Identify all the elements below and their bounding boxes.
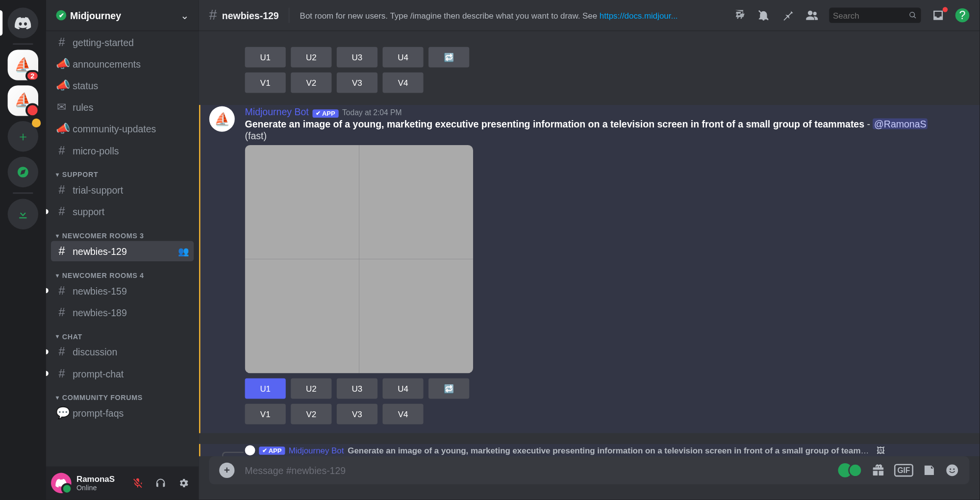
svg-point-1 bbox=[950, 468, 951, 470]
channel-prompt-faqs[interactable]: 💬prompt-faqs bbox=[51, 403, 194, 424]
category-newcomer-3[interactable]: NEWCOMER ROOMS 3 bbox=[51, 232, 194, 240]
channel-topic[interactable]: Bot room for new users. Type /imagine th… bbox=[300, 10, 728, 20]
channel-prompt-chat[interactable]: #prompt-chat bbox=[51, 363, 194, 384]
hash-icon: # bbox=[56, 205, 67, 218]
message-composer[interactable]: + GIF bbox=[209, 456, 969, 484]
refresh-icon: 🔄 bbox=[444, 52, 454, 62]
v1-button[interactable]: V1 bbox=[245, 404, 285, 425]
generated-image-grid[interactable] bbox=[245, 146, 473, 374]
u3-button[interactable]: U3 bbox=[336, 47, 377, 68]
inbox-button[interactable] bbox=[931, 8, 945, 23]
channel-community-updates[interactable]: 📣community-updates bbox=[51, 119, 194, 139]
message-2: APP Midjourney Bot Generate an image of … bbox=[199, 444, 980, 456]
refresh-icon: 🔄 bbox=[444, 384, 454, 394]
forum-icon: 💬 bbox=[56, 406, 67, 420]
settings-button[interactable] bbox=[174, 473, 194, 494]
topic-link[interactable]: https://docs.midjour... bbox=[600, 10, 678, 20]
search-input[interactable] bbox=[833, 10, 909, 20]
channel-newbies-189[interactable]: #newbies-189 bbox=[51, 302, 194, 323]
search-box[interactable] bbox=[829, 8, 921, 23]
v3-button[interactable]: V3 bbox=[336, 73, 377, 93]
user-mention[interactable]: @RamonaS bbox=[873, 118, 928, 129]
u3-button[interactable]: U3 bbox=[336, 378, 377, 399]
server-header[interactable]: ✔ Midjourney ⌄ bbox=[46, 0, 199, 30]
verified-icon: ✔ bbox=[56, 10, 66, 21]
notifications-button[interactable] bbox=[756, 8, 771, 23]
u2-button[interactable]: U2 bbox=[291, 47, 331, 68]
channel-status[interactable]: 📣status bbox=[51, 75, 194, 96]
category-community-forums[interactable]: COMMUNITY FORUMS bbox=[51, 394, 194, 401]
download-apps-button[interactable] bbox=[8, 199, 38, 229]
message-1: ⛵ Midjourney Bot APP Today at 2:04 PM Ge… bbox=[199, 105, 980, 433]
compass-icon bbox=[17, 166, 29, 178]
gif-button[interactable]: GIF bbox=[894, 464, 913, 476]
u4-button[interactable]: U4 bbox=[382, 378, 423, 399]
explore-servers-button[interactable] bbox=[8, 157, 38, 187]
v2-button[interactable]: V2 bbox=[291, 404, 331, 425]
channel-list[interactable]: #getting-started 📣announcements 📣status … bbox=[46, 30, 199, 466]
v2-button[interactable]: V2 bbox=[291, 73, 331, 93]
message-timestamp: Today at 2:04 PM bbox=[342, 108, 402, 117]
sticker-button[interactable] bbox=[922, 463, 936, 477]
hash-icon: # bbox=[56, 367, 67, 380]
category-newcomer-4[interactable]: NEWCOMER ROOMS 4 bbox=[51, 272, 194, 279]
help-button[interactable]: ? bbox=[955, 8, 970, 23]
message-input[interactable] bbox=[245, 465, 828, 475]
v4-button[interactable]: V4 bbox=[382, 404, 423, 425]
deafen-button[interactable] bbox=[151, 473, 171, 494]
server-badge: 2 bbox=[25, 70, 40, 81]
channel-newbies-129[interactable]: #newbies-129👥 bbox=[51, 241, 194, 261]
server-midjourney-1[interactable]: ⛵2 bbox=[8, 50, 38, 80]
emoji-button[interactable] bbox=[945, 463, 959, 477]
download-icon bbox=[17, 208, 29, 221]
category-chat[interactable]: CHAT bbox=[51, 333, 194, 341]
user-avatar[interactable] bbox=[51, 473, 72, 494]
v1-button[interactable]: V1 bbox=[245, 73, 285, 93]
attach-button[interactable]: + bbox=[219, 463, 234, 478]
members-button[interactable] bbox=[805, 8, 819, 23]
category-support[interactable]: SUPPORT bbox=[51, 171, 194, 178]
discord-icon bbox=[15, 17, 31, 29]
pinned-button[interactable] bbox=[781, 8, 795, 23]
channel-rules[interactable]: ✉rules bbox=[51, 97, 194, 118]
mute-button[interactable] bbox=[127, 473, 148, 494]
rules-icon: ✉ bbox=[56, 100, 67, 114]
user-info[interactable]: RamonaS Online bbox=[76, 475, 123, 491]
channel-discussion[interactable]: #discussion bbox=[51, 342, 194, 362]
message-content: Generate an image of a young, marketing … bbox=[245, 118, 949, 131]
message-mode: (fast) bbox=[245, 131, 949, 142]
u2-button[interactable]: U2 bbox=[291, 378, 331, 399]
reply-reference[interactable]: APP Midjourney Bot Generate an image of … bbox=[245, 446, 949, 456]
hash-icon: # bbox=[56, 345, 67, 358]
dm-button[interactable] bbox=[8, 8, 38, 38]
channel-trial-support[interactable]: #trial-support bbox=[51, 180, 194, 200]
hash-icon: # bbox=[209, 7, 217, 24]
channel-getting-started[interactable]: #getting-started bbox=[51, 32, 194, 52]
threads-button[interactable] bbox=[732, 8, 747, 23]
v4-button[interactable]: V4 bbox=[382, 73, 423, 93]
main-content: # newbies-129 Bot room for new users. Ty… bbox=[199, 0, 980, 500]
u1-button[interactable]: U1 bbox=[245, 47, 285, 68]
headphones-icon bbox=[155, 477, 166, 489]
channel-newbies-159[interactable]: #newbies-159 bbox=[51, 280, 194, 301]
gift-button[interactable] bbox=[871, 463, 885, 477]
hash-icon: # bbox=[56, 245, 67, 258]
reroll-button[interactable]: 🔄 bbox=[428, 47, 469, 68]
v3-button[interactable]: V3 bbox=[336, 404, 377, 425]
gear-icon bbox=[178, 477, 189, 489]
create-invite-icon[interactable]: 👥 bbox=[178, 246, 189, 256]
nitro-button[interactable] bbox=[838, 463, 862, 477]
server-midjourney-2[interactable]: ⛵ bbox=[8, 85, 38, 116]
message-author[interactable]: Midjourney Bot bbox=[245, 106, 308, 117]
channel-announcements[interactable]: 📣announcements bbox=[51, 53, 194, 74]
hash-icon: # bbox=[56, 35, 67, 49]
u1-button-active[interactable]: U1 bbox=[245, 378, 285, 399]
server-name: Midjourney bbox=[70, 10, 121, 21]
add-server-button[interactable]: ＋ bbox=[8, 121, 38, 151]
channel-micro-polls[interactable]: #micro-polls bbox=[51, 140, 194, 161]
message-list[interactable]: U1 U2 U3 U4 🔄 V1 V2 V3 V4 ⛵ Midjourney B… bbox=[199, 30, 980, 456]
author-avatar[interactable]: ⛵ bbox=[209, 106, 234, 132]
u4-button[interactable]: U4 bbox=[382, 47, 423, 68]
reroll-button[interactable]: 🔄 bbox=[428, 378, 469, 399]
channel-support[interactable]: #support bbox=[51, 201, 194, 222]
